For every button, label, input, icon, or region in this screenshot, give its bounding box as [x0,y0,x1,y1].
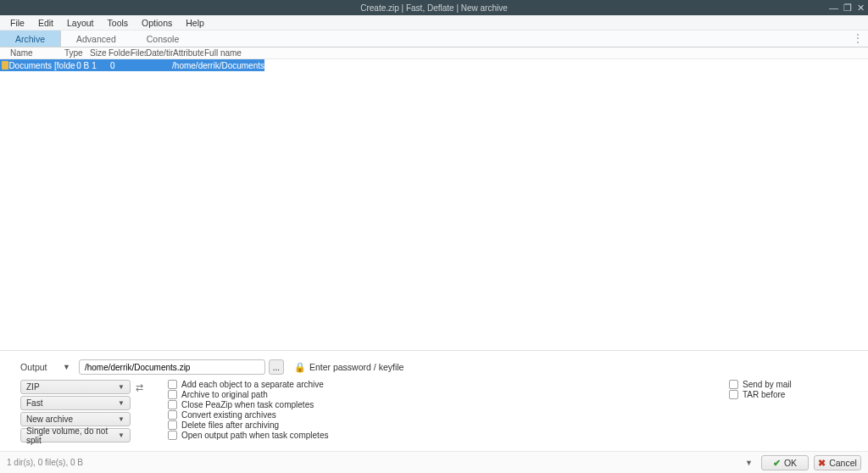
col-files[interactable]: Files [131,48,146,58]
cell-name: Documents [8,61,54,70]
options-left: ZIP ▼ ⇄ Fast ▼ New archive ▼ Single volu… [20,380,147,444]
chk-label: Delete files after archiving [181,420,279,430]
check-icon: ✔ [773,458,781,468]
chk-delete-after[interactable]: Delete files after archiving [168,420,709,430]
cell-size: 0 B [75,61,92,70]
cancel-label: Cancel [829,458,857,468]
menu-tools[interactable]: Tools [101,18,136,28]
options-right: Send by mail TAR before [729,380,848,444]
close-button[interactable]: ✕ [857,3,865,14]
chk-separate-archive[interactable]: Add each object to a separate archive [168,380,709,389]
chk-label: Add each object to a separate archive [181,380,324,389]
folder-icon [2,61,8,70]
tab-console[interactable]: Console [131,31,195,47]
window-controls: — ❐ ✕ [829,0,865,15]
footer: 1 dir(s), 0 file(s), 0 B ▼ ✔OK ✖Cancel [0,451,868,473]
col-datetime[interactable]: Date/time [146,48,173,58]
chevron-down-icon: ▼ [118,431,125,439]
split-value: Single volume, do not split [26,426,118,445]
chk-tar-before[interactable]: TAR before [729,390,848,399]
format-combo[interactable]: ZIP ▼ [20,380,131,394]
x-icon: ✖ [818,458,826,468]
mode-combo[interactable]: New archive ▼ [20,412,131,426]
status-text: 1 dir(s), 0 file(s), 0 B [7,458,83,467]
cancel-button[interactable]: ✖Cancel [814,455,861,470]
level-combo[interactable]: Fast ▼ [20,396,131,410]
col-name[interactable]: Name [10,48,64,58]
tabbar: Archive Advanced Console ⋮ [0,31,868,47]
cell-files: 0 [110,61,123,70]
mode-value: New archive [26,415,73,424]
menubar: File Edit Layout Tools Options Help [0,15,868,31]
output-dropdown-icon[interactable]: ▼ [63,363,70,371]
col-size[interactable]: Size [90,48,108,58]
cell-fullname: /home/derrik/Documents [171,61,264,70]
maximize-button[interactable]: ❐ [843,3,852,14]
chk-original-path[interactable]: Archive to original path [168,390,709,399]
chk-convert[interactable]: Convert existing archives [168,410,709,420]
chevron-down-icon: ▼ [118,399,125,407]
chevron-down-icon: ▼ [118,415,125,423]
col-attributes[interactable]: Attributes [173,48,203,58]
split-combo[interactable]: Single volume, do not split ▼ [20,428,131,442]
col-fullname[interactable]: Full name [203,48,242,58]
output-label: Output [20,362,59,372]
table-body: Documents [folder] 0 B 1 0 /home/derrik/… [0,59,868,350]
menu-options[interactable]: Options [135,18,179,28]
cell-folders: 1 [92,61,110,70]
level-value: Fast [26,398,42,408]
browse-button[interactable]: ... [269,359,284,375]
chk-send-mail[interactable]: Send by mail [729,380,848,389]
chk-close-when-done[interactable]: Close PeaZip when task completes [168,400,709,409]
minimize-button[interactable]: — [829,3,838,13]
ok-label: OK [784,458,797,468]
tab-archive[interactable]: Archive [0,31,61,47]
menu-file[interactable]: File [3,18,31,28]
tab-advanced[interactable]: Advanced [61,31,131,47]
chk-label: Convert existing archives [181,410,276,420]
bottom-panel: Output ▼ ... 🔒 Enter password / keyfile … [0,350,868,451]
chk-label: TAR before [743,390,785,399]
col-folders[interactable]: Folders [108,48,131,58]
lock-icon: 🔒 [294,362,306,373]
swap-icon[interactable]: ⇄ [136,382,143,393]
password-link[interactable]: Enter password / keyfile [309,362,403,372]
menu-help[interactable]: Help [179,18,211,28]
chevron-down-icon: ▼ [118,383,125,391]
options-mid: Add each object to a separate archive Ar… [168,380,709,444]
table-row[interactable]: Documents [folder] 0 B 1 0 /home/derrik/… [0,59,264,71]
chk-label: Send by mail [743,380,792,389]
footer-dropdown-icon[interactable]: ▼ [745,459,753,467]
output-path-input[interactable] [79,359,265,375]
cell-type: [folder] [54,61,75,70]
chk-open-output[interactable]: Open output path when task completes [168,431,709,440]
chk-label: Archive to original path [181,390,268,399]
table-header: Name Type Size Folders Files Date/time A… [0,47,868,59]
chk-label: Open output path when task completes [181,431,328,440]
chk-label: Close PeaZip when task completes [181,400,314,409]
titlebar: Create.zip | Fast, Deflate | New archive… [0,0,868,15]
tab-more-icon[interactable]: ⋮ [853,32,863,44]
ok-button[interactable]: ✔OK [761,455,809,470]
menu-layout[interactable]: Layout [60,18,101,28]
col-type[interactable]: Type [64,48,90,58]
format-value: ZIP [26,382,40,392]
menu-edit[interactable]: Edit [31,18,60,28]
window-title: Create.zip | Fast, Deflate | New archive [360,3,508,13]
